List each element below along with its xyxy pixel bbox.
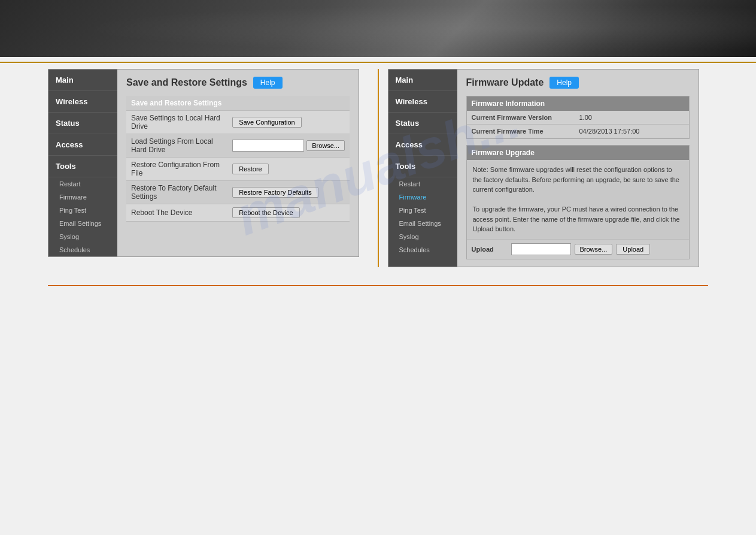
right-section: Main Wireless Status Access Tools Restar…: [379, 69, 709, 267]
upload-file-input[interactable]: [511, 243, 571, 255]
save-restore-title-bar: Save and Restore Settings Help: [126, 77, 350, 89]
panels-container: manualsh... Main Wireless Status Access …: [0, 69, 756, 267]
table-header-row: Save and Restore Settings: [126, 96, 350, 111]
row5-action-cell: Reboot the Device: [227, 204, 350, 222]
row1-action-cell: Save Configuration: [227, 111, 350, 134]
upload-browse-btn[interactable]: Browse...: [575, 244, 613, 255]
firmware-upgrade-header: Firmware Upgrade: [467, 146, 689, 160]
sidebar-item-main-left[interactable]: Main: [48, 69, 117, 91]
sidebar-item-status-left[interactable]: Status: [48, 113, 117, 134]
table-row: Restore To Factory Default Settings Rest…: [126, 181, 350, 204]
firmware-upgrade-body: Note: Some firmware upgrades will reset …: [467, 160, 689, 239]
sidebar-item-wireless-right[interactable]: Wireless: [388, 91, 457, 113]
upload-label: Upload: [472, 246, 508, 253]
reboot-btn[interactable]: Reboot the Device: [232, 207, 300, 218]
table-header-cell: Save and Restore Settings: [126, 96, 350, 111]
load-settings-input[interactable]: [232, 140, 304, 152]
sidebar-item-status-right[interactable]: Status: [388, 113, 457, 134]
firmware-panel: Main Wireless Status Access Tools Restar…: [388, 69, 699, 267]
firmware-time-row: Current Firmware Time 04/28/2013 17:57:0…: [467, 125, 689, 138]
save-config-btn[interactable]: Save Configuration: [232, 117, 302, 128]
table-row: Save Settings to Local Hard Drive Save C…: [126, 111, 350, 134]
upload-btn[interactable]: Upload: [616, 244, 650, 255]
sidebar-item-firmware-left[interactable]: Firmware: [48, 191, 117, 204]
firmware-version-row: Current Firmware Version 1.00: [467, 111, 689, 125]
right-sidebar: Main Wireless Status Access Tools Restar…: [388, 69, 457, 267]
sidebar-item-firmware-right[interactable]: Firmware: [388, 191, 457, 204]
left-sidebar: Main Wireless Status Access Tools Restar…: [48, 69, 117, 256]
settings-table: Save and Restore Settings Save Settings …: [126, 96, 350, 222]
row3-label: Restore Configuration From File: [126, 158, 227, 181]
firmware-title-bar: Firmware Update Help: [466, 77, 690, 89]
firmware-time-value: 04/28/2013 17:57:00: [579, 128, 640, 135]
firmware-instruction-text: To upgrade the firmware, your PC must ha…: [473, 204, 683, 234]
table-row: Restore Configuration From File Restore: [126, 158, 350, 181]
firmware-title: Firmware Update: [466, 77, 544, 88]
save-restore-panel: Main Wireless Status Access Tools Restar…: [48, 69, 359, 257]
sidebar-item-syslog-left[interactable]: Syslog: [48, 230, 117, 243]
save-restore-title: Save and Restore Settings: [126, 77, 247, 88]
firmware-help-btn[interactable]: Help: [549, 77, 579, 89]
row5-label: Reboot The Device: [126, 204, 227, 222]
row2-action-cell: Browse...: [227, 134, 350, 158]
table-row: Reboot The Device Reboot the Device: [126, 204, 350, 222]
sidebar-item-schedules-left[interactable]: Schedules: [48, 243, 117, 256]
restore-factory-btn[interactable]: Restore Factory Defaults: [232, 187, 318, 198]
sidebar-item-pingtest-left[interactable]: Ping Test: [48, 204, 117, 217]
restore-config-btn[interactable]: Restore: [232, 164, 269, 174]
sidebar-item-main-right[interactable]: Main: [388, 69, 457, 91]
bottom-separator: [48, 285, 708, 286]
row2-label: Load Settings From Local Hard Drive: [126, 134, 227, 158]
sidebar-item-tools-left[interactable]: Tools: [48, 156, 117, 177]
load-file-row: Browse...: [232, 140, 345, 152]
left-section: Main Wireless Status Access Tools Restar…: [48, 69, 378, 257]
sidebar-item-tools-right[interactable]: Tools: [388, 156, 457, 177]
row1-label: Save Settings to Local Hard Drive: [126, 111, 227, 134]
sidebar-item-emailsettings-right[interactable]: Email Settings: [388, 217, 457, 230]
save-restore-content: Save and Restore Settings Help Save and …: [117, 69, 359, 256]
firmware-version-label: Current Firmware Version: [472, 114, 579, 121]
firmware-note-text: Note: Some firmware upgrades will reset …: [473, 165, 683, 195]
firmware-upload-row: Upload Browse... Upload: [467, 239, 689, 259]
sidebar-item-access-left[interactable]: Access: [48, 134, 117, 156]
top-separator: [0, 62, 756, 63]
sidebar-item-schedules-right[interactable]: Schedules: [388, 243, 457, 256]
firmware-info-header: Firmware Information: [467, 96, 689, 111]
firmware-info-section: Firmware Information Current Firmware Ve…: [466, 96, 690, 139]
row4-label: Restore To Factory Default Settings: [126, 181, 227, 204]
header: [0, 0, 756, 57]
sidebar-item-restart-right[interactable]: Restart: [388, 177, 457, 191]
firmware-version-value: 1.00: [579, 114, 592, 121]
sidebar-item-access-right[interactable]: Access: [388, 134, 457, 156]
row3-action-cell: Restore: [227, 158, 350, 181]
sidebar-item-restart-left[interactable]: Restart: [48, 177, 117, 191]
sidebar-item-emailsettings-left[interactable]: Email Settings: [48, 217, 117, 230]
firmware-time-label: Current Firmware Time: [472, 128, 579, 135]
row4-action-cell: Restore Factory Defaults: [227, 181, 350, 204]
save-restore-help-btn[interactable]: Help: [253, 77, 283, 89]
load-browse-btn[interactable]: Browse...: [306, 140, 345, 151]
firmware-content: Firmware Update Help Firmware Informatio…: [457, 69, 699, 267]
sidebar-item-pingtest-right[interactable]: Ping Test: [388, 204, 457, 217]
firmware-upgrade-section: Firmware Upgrade Note: Some firmware upg…: [466, 145, 690, 259]
table-row: Load Settings From Local Hard Drive Brow…: [126, 134, 350, 158]
sidebar-item-wireless-left[interactable]: Wireless: [48, 91, 117, 113]
sidebar-item-syslog-right[interactable]: Syslog: [388, 230, 457, 243]
